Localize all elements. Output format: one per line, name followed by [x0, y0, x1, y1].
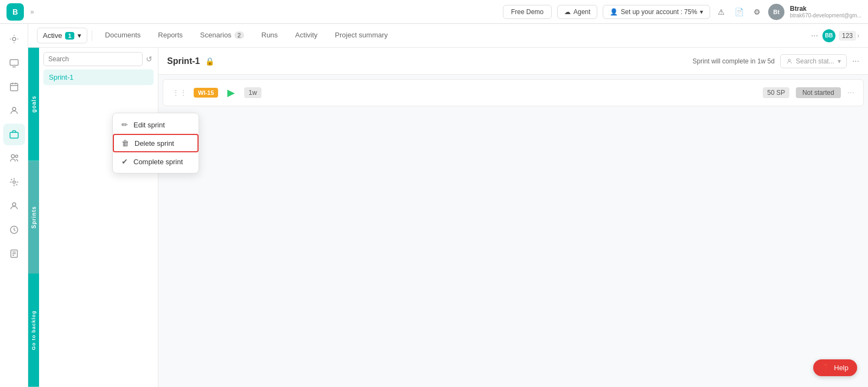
- active-label: Active: [43, 31, 62, 40]
- user-email: btrak670-development@gm...: [790, 12, 861, 18]
- num-chevron: ›: [857, 32, 859, 40]
- topbar: B » Free Demo ☁ Agent 👤 Set up your acco…: [0, 0, 868, 24]
- play-button[interactable]: ▶: [225, 86, 238, 99]
- active-count-badge: 1: [65, 32, 74, 40]
- user-avatar-tab: BB: [822, 29, 835, 42]
- sidebar: [0, 24, 28, 387]
- settings-icon[interactable]: ⚙: [751, 5, 763, 18]
- tab-project-summary[interactable]: Project summary: [326, 25, 397, 46]
- user-setup-icon: 👤: [610, 8, 618, 16]
- cloud-icon: ☁: [564, 8, 571, 16]
- right-panel: Sprint-1 🔒 Sprint will complete in 1w 5d…: [158, 48, 868, 387]
- sidebar-item-home[interactable]: [3, 28, 25, 50]
- status-badge: Not started: [796, 87, 841, 98]
- vtab-goals[interactable]: goals: [28, 48, 39, 161]
- edit-icon: ✏: [122, 120, 128, 129]
- sidebar-item-person[interactable]: [3, 195, 25, 217]
- chevron-down-icon: ▾: [700, 8, 703, 16]
- sidebar-item-puzzle[interactable]: [3, 171, 25, 193]
- svg-point-0: [12, 37, 16, 41]
- setup-button[interactable]: 👤 Set up your account : 75% ▾: [603, 5, 710, 19]
- avatar[interactable]: Bt: [768, 4, 784, 20]
- user-name: Btrak: [790, 5, 861, 12]
- sprint-title: Sprint-1: [167, 56, 200, 66]
- svg-point-18: [788, 59, 790, 61]
- alert-icon[interactable]: ⚠: [716, 5, 727, 18]
- context-menu: ✏ Edit sprint 🗑 Delete sprint ✔ Complete…: [112, 113, 199, 173]
- svg-point-10: [15, 155, 18, 158]
- main-content: Active 1 ▾ Documents Reports Scenarios 2…: [28, 24, 868, 387]
- chevron-down-icon: ▾: [78, 31, 81, 40]
- sidebar-item-tv[interactable]: [3, 52, 25, 74]
- sprint-data-row: ⋮⋮ WI-15 ▶ 1w 50 SP Not started ···: [163, 79, 864, 106]
- sidebar-item-briefcase[interactable]: [3, 124, 25, 145]
- sp-badge: 50 SP: [763, 87, 789, 98]
- tab-documents[interactable]: Documents: [97, 25, 150, 46]
- sprint-list-item[interactable]: Sprint-1: [43, 69, 154, 85]
- svg-rect-8: [10, 132, 18, 138]
- tab-runs[interactable]: Runs: [253, 25, 286, 46]
- vtab-sprints[interactable]: Sprints: [28, 161, 39, 274]
- sidebar-item-clock[interactable]: [3, 219, 25, 241]
- trash-icon: 🗑: [122, 139, 129, 147]
- sprint-header: Sprint-1 🔒 Sprint will complete in 1w 5d…: [158, 48, 868, 75]
- chevron-down-icon: ▾: [838, 57, 841, 65]
- document-icon[interactable]: 📄: [732, 5, 746, 18]
- scenarios-badge: 2: [234, 31, 244, 39]
- tab-activity[interactable]: Activity: [286, 25, 326, 46]
- svg-rect-1: [10, 60, 18, 66]
- free-demo-button[interactable]: Free Demo: [503, 5, 552, 19]
- refresh-button[interactable]: ↺: [145, 54, 154, 64]
- delete-sprint-menu-item[interactable]: 🗑 Delete sprint: [113, 134, 199, 152]
- tab-more-button[interactable]: ···: [807, 29, 822, 43]
- wi-badge: WI-15: [194, 88, 218, 98]
- edit-sprint-menu-item[interactable]: ✏ Edit sprint: [113, 115, 199, 134]
- svg-rect-3: [10, 83, 18, 91]
- sidebar-item-calendar[interactable]: [3, 76, 25, 98]
- drag-handle-icon: ⋮⋮: [172, 88, 187, 97]
- run-count-badge: 123: [839, 31, 856, 41]
- user-info: Btrak btrak670-development@gm...: [790, 5, 861, 18]
- agent-button[interactable]: ☁ Agent: [557, 5, 597, 19]
- svg-point-11: [12, 181, 15, 184]
- active-filter-button[interactable]: Active 1 ▾: [37, 28, 87, 43]
- search-input[interactable]: [43, 52, 143, 66]
- tab-scenarios[interactable]: Scenarios 2: [192, 25, 253, 46]
- avatar-search-icon: [786, 58, 793, 64]
- svg-point-12: [12, 203, 16, 206]
- content-area: goals Sprints Go to backlog ↺ Sprint-1: [28, 48, 868, 387]
- help-button[interactable]: ❓ Help: [813, 359, 857, 376]
- row-more-button[interactable]: ···: [847, 88, 854, 98]
- sprint-complete-text: Sprint will complete in 1w 5d: [693, 57, 775, 65]
- tab-bar: Active 1 ▾ Documents Reports Scenarios 2…: [28, 24, 868, 48]
- search-status-button[interactable]: Search stat... ▾: [780, 54, 847, 68]
- tab-reports[interactable]: Reports: [149, 25, 192, 46]
- sprint-more-button[interactable]: ···: [852, 56, 859, 66]
- app-logo[interactable]: B: [7, 3, 24, 21]
- help-circle-icon: ❓: [822, 364, 831, 372]
- left-panel: goals Sprints Go to backlog ↺ Sprint-1: [28, 48, 158, 387]
- sidebar-item-report[interactable]: [3, 243, 25, 265]
- sidebar-item-team[interactable]: [3, 147, 25, 169]
- time-badge: 1w: [244, 87, 261, 98]
- complete-sprint-menu-item[interactable]: ✔ Complete sprint: [113, 152, 199, 171]
- logo-chevron-icon: »: [30, 8, 34, 16]
- lock-icon: 🔒: [205, 57, 214, 66]
- vtab-backlog[interactable]: Go to backlog: [28, 274, 39, 387]
- svg-point-9: [11, 154, 14, 158]
- left-panel-inner: ↺ Sprint-1: [39, 48, 158, 387]
- vertical-tabs: goals Sprints Go to backlog: [28, 48, 39, 387]
- search-row: ↺: [43, 52, 154, 66]
- svg-point-7: [12, 107, 16, 111]
- tab-divider: [92, 30, 92, 41]
- sidebar-item-user[interactable]: [3, 100, 25, 121]
- check-icon: ✔: [122, 157, 128, 166]
